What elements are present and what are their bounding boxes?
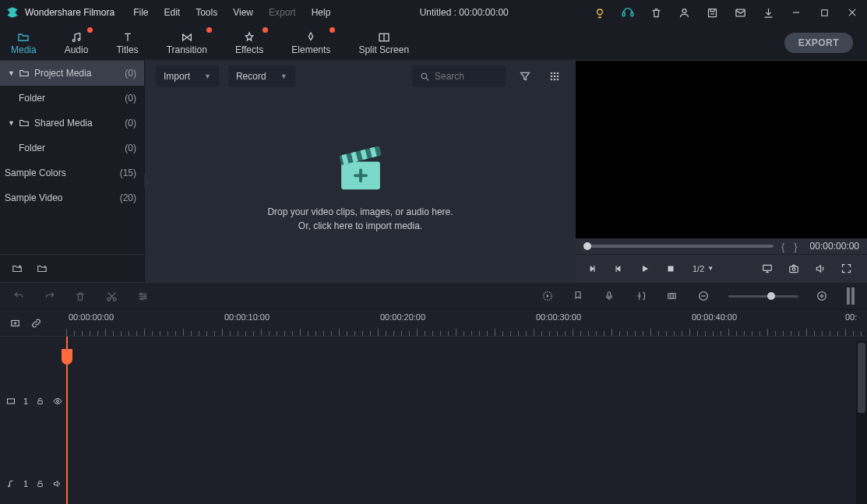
- media-panel: Import ▼ Record ▼ Drop your vide: [144, 61, 576, 282]
- preview-viewport[interactable]: [576, 61, 867, 238]
- timeline-track-audio[interactable]: 1: [0, 466, 853, 502]
- timeline-track-video[interactable]: 1: [0, 383, 853, 419]
- record-dropdown[interactable]: Record ▼: [228, 65, 295, 87]
- svg-point-23: [551, 79, 553, 81]
- eye-icon[interactable]: [52, 397, 63, 406]
- tab-split-screen[interactable]: Split Screen: [355, 29, 412, 57]
- maximize-icon[interactable]: [816, 4, 833, 21]
- sidebar-shared-folder[interactable]: Folder (0): [0, 136, 144, 160]
- account-icon[interactable]: [675, 4, 693, 21]
- step-forward-icon[interactable]: [613, 263, 629, 274]
- close-icon[interactable]: [844, 4, 861, 21]
- menu-export[interactable]: Export: [263, 4, 302, 21]
- media-drop-zone[interactable]: Drop your video clips, images, or audio …: [145, 92, 576, 282]
- grid-view-icon[interactable]: [545, 66, 565, 86]
- trash-icon[interactable]: [647, 4, 664, 21]
- search-box[interactable]: [412, 65, 506, 87]
- playback-quality[interactable]: 1/2▼: [693, 264, 714, 273]
- link-icon[interactable]: [30, 318, 42, 329]
- svg-point-4: [682, 9, 686, 12]
- audio-mixer-icon[interactable]: [635, 291, 649, 301]
- svg-rect-47: [670, 294, 674, 298]
- folder-icon: [19, 68, 30, 79]
- sidebar-project-folder[interactable]: Folder (0): [0, 86, 144, 111]
- mark-in-icon[interactable]: {: [780, 241, 786, 252]
- track-number: 1: [23, 479, 28, 488]
- lock-icon[interactable]: [36, 479, 44, 488]
- titlebar: Wondershare Filmora File Edit Tools View…: [0, 0, 867, 25]
- mark-out-icon[interactable]: }: [792, 241, 798, 252]
- media-sidebar: ▼ Project Media (0) Folder (0) ▼ Shared …: [0, 61, 144, 282]
- snapshot-icon[interactable]: [788, 263, 803, 274]
- mute-icon[interactable]: [52, 479, 62, 488]
- svg-point-42: [144, 295, 146, 298]
- volume-icon[interactable]: [814, 263, 830, 274]
- zoom-fit-icon[interactable]: [847, 287, 855, 305]
- menu-file[interactable]: File: [127, 4, 154, 21]
- chevron-down-icon: ▼: [8, 69, 16, 77]
- fullscreen-icon[interactable]: [841, 263, 856, 274]
- playhead[interactable]: [66, 337, 68, 504]
- search-icon: [420, 72, 430, 82]
- filter-icon[interactable]: [515, 66, 535, 86]
- zoom-in-icon[interactable]: [816, 290, 830, 302]
- chevron-down-icon: ▼: [204, 72, 211, 80]
- tab-transition[interactable]: Transition: [164, 29, 210, 57]
- add-track-icon[interactable]: [9, 318, 21, 329]
- svg-point-41: [140, 293, 143, 295]
- marker-icon[interactable]: [573, 290, 587, 302]
- zoom-out-icon[interactable]: [697, 290, 711, 302]
- lock-icon[interactable]: [36, 397, 44, 406]
- timeline-ruler[interactable]: 00:00:00:00 00:00:10:00 00:00:20:00 00:0…: [0, 310, 867, 337]
- settings-sliders-icon[interactable]: [137, 291, 151, 302]
- menu-tools[interactable]: Tools: [189, 4, 224, 21]
- app-logo-icon: [6, 6, 19, 19]
- sidebar-project-media[interactable]: ▼ Project Media (0): [0, 61, 144, 86]
- tab-effects[interactable]: Effects: [232, 29, 266, 57]
- play-icon[interactable]: [640, 263, 655, 274]
- minimize-icon[interactable]: [788, 4, 805, 21]
- timeline-tracks[interactable]: 1 1: [0, 337, 853, 504]
- undo-icon[interactable]: [12, 291, 26, 301]
- render-icon[interactable]: [541, 290, 555, 302]
- cut-icon[interactable]: [106, 291, 120, 302]
- crop-icon[interactable]: [666, 291, 680, 301]
- seek-slider[interactable]: [583, 245, 774, 248]
- svg-point-35: [792, 267, 795, 270]
- save-icon[interactable]: [703, 4, 721, 21]
- ruler-time: 00:00:20:00: [380, 312, 425, 322]
- tab-titles[interactable]: Titles: [113, 29, 141, 57]
- tab-media[interactable]: Media: [8, 29, 40, 57]
- svg-point-21: [554, 76, 556, 78]
- sidebar-sample-video[interactable]: Sample Video (20): [0, 185, 144, 210]
- export-button[interactable]: EXPORT: [784, 33, 853, 53]
- download-icon[interactable]: [760, 4, 777, 21]
- delete-folder-icon[interactable]: [36, 263, 48, 274]
- voiceover-icon[interactable]: [604, 290, 618, 302]
- search-input[interactable]: [435, 71, 497, 82]
- tab-elements[interactable]: Elements: [288, 29, 333, 57]
- display-icon[interactable]: [761, 263, 777, 274]
- sidebar-sample-colors[interactable]: Sample Colors (15): [0, 160, 144, 185]
- delete-icon[interactable]: [75, 291, 89, 302]
- menu-edit[interactable]: Edit: [158, 4, 187, 21]
- sidebar-shared-media[interactable]: ▼ Shared Media (0): [0, 111, 144, 136]
- redo-icon[interactable]: [44, 291, 58, 301]
- svg-point-1: [597, 9, 603, 15]
- timeline-scrollbar[interactable]: [856, 341, 867, 504]
- svg-point-59: [9, 485, 10, 487]
- stop-icon[interactable]: [666, 264, 682, 273]
- new-folder-icon[interactable]: [11, 263, 23, 274]
- tab-audio[interactable]: Audio: [62, 29, 92, 57]
- window-title: Untitled : 00:00:00:00: [340, 7, 588, 18]
- menu-help[interactable]: Help: [305, 4, 337, 21]
- menu-view[interactable]: View: [227, 4, 259, 21]
- tips-icon[interactable]: [591, 4, 608, 21]
- step-back-icon[interactable]: [587, 263, 602, 274]
- support-icon[interactable]: [619, 4, 636, 21]
- preview-controls: 1/2▼: [576, 254, 867, 282]
- message-icon[interactable]: [731, 4, 749, 21]
- import-dropdown[interactable]: Import ▼: [156, 65, 219, 87]
- zoom-slider[interactable]: [728, 295, 798, 298]
- svg-point-20: [551, 76, 553, 78]
